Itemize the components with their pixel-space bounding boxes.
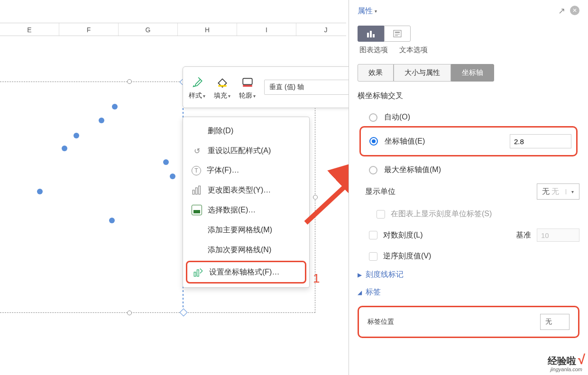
- axis-value-input[interactable]: [510, 134, 571, 148]
- radio-icon: [369, 166, 377, 174]
- data-point[interactable]: [112, 104, 118, 110]
- base-label: 基准: [516, 230, 531, 240]
- checkbox-icon: [369, 252, 377, 261]
- menu-label: 选择数据(E)…: [208, 205, 256, 215]
- resize-handle[interactable]: [313, 195, 318, 200]
- tab-size-properties[interactable]: 大小与属性: [394, 64, 451, 82]
- resize-handle[interactable]: [127, 311, 132, 315]
- column-headers: E F G H I J: [0, 23, 346, 36]
- popout-icon[interactable]: ↗: [558, 6, 565, 16]
- log-base-input[interactable]: [537, 229, 579, 242]
- chevron-down-icon: ▾: [203, 93, 205, 99]
- combo-value: 垂直 (值) 轴: [269, 83, 304, 91]
- brush-icon: [190, 74, 205, 90]
- style-label: 样式: [189, 91, 202, 100]
- chart-icon: [192, 185, 202, 195]
- select-data-icon: [192, 205, 202, 215]
- svg-rect-12: [394, 30, 401, 37]
- radio-axis-value[interactable]: 坐标轴值(E): [366, 130, 571, 152]
- svg-rect-4: [196, 188, 198, 194]
- checkbox-icon: [369, 231, 377, 239]
- menu-label: 字体(F)…: [207, 165, 239, 175]
- menu-select-data[interactable]: 选择数据(E)…: [183, 200, 309, 220]
- data-point[interactable]: [170, 174, 175, 179]
- menu-delete[interactable]: 删除(D): [183, 121, 309, 141]
- display-unit-label: 显示单位: [365, 187, 395, 197]
- context-menu: 删除(D) ↺ 重设以匹配样式(A) T 字体(F)… 更改图表类型(Y)… 选…: [183, 117, 310, 288]
- menu-change-chart-type[interactable]: 更改图表类型(Y)…: [183, 180, 309, 200]
- col-header[interactable]: G: [119, 23, 178, 36]
- blank-icon: [192, 225, 202, 235]
- check-label: 逆序刻度值(V): [383, 251, 431, 261]
- properties-panel: 属性 ▾ ↗ ✕ 图表选项 文本选项 效果 大小与属性 坐标轴 横坐标轴交叉 2…: [349, 0, 588, 375]
- check-label: 在图表上显示刻度单位标签(S): [391, 209, 492, 219]
- font-icon: T: [192, 166, 201, 175]
- tab-axis[interactable]: 坐标轴: [451, 64, 494, 82]
- menu-font[interactable]: T 字体(F)…: [183, 161, 309, 180]
- menu-add-major-gridlines[interactable]: 添加主要网格线(M): [183, 220, 309, 240]
- menu-label: 重设以匹配样式(A): [208, 146, 271, 156]
- format-axis-icon: [193, 267, 203, 277]
- chevron-down-icon: ▾: [228, 93, 230, 99]
- label-position-select[interactable]: 无: [540, 314, 570, 330]
- bar-chart-icon: [366, 30, 376, 37]
- chevron-down-icon: ▾: [253, 93, 256, 99]
- col-header[interactable]: J: [296, 23, 356, 36]
- collapse-label: 刻度线标记: [366, 270, 404, 280]
- resize-handle[interactable]: [127, 79, 132, 84]
- triangle-right-icon: ▶: [358, 272, 362, 278]
- text-icon: [393, 30, 402, 37]
- text-options-toggle[interactable]: [384, 26, 411, 42]
- reverse-order-check[interactable]: 逆序刻度值(V): [358, 247, 579, 266]
- outline-button[interactable]: 轮廓▾: [239, 74, 256, 100]
- radio-auto[interactable]: 自动(O): [358, 109, 579, 126]
- col-header[interactable]: H: [178, 23, 237, 36]
- svg-rect-7: [197, 270, 199, 276]
- svg-rect-10: [370, 31, 372, 37]
- col-header[interactable]: F: [59, 23, 119, 36]
- tick-marks-collapse[interactable]: ▶ 刻度线标记: [358, 266, 579, 284]
- radio-max-axis-value[interactable]: 最大坐标轴值(M): [358, 161, 579, 179]
- chart-options-toggle[interactable]: [358, 26, 384, 42]
- display-unit-select[interactable]: 无 无 ▾: [537, 183, 579, 200]
- svg-rect-6: [194, 272, 196, 276]
- checkbox-icon: [377, 210, 385, 219]
- blank-icon: [192, 126, 202, 136]
- menu-add-minor-gridlines[interactable]: 添加次要网格线(N): [183, 240, 309, 260]
- data-point[interactable]: [74, 133, 79, 138]
- log-scale-check[interactable]: 对数刻度(L) 基准: [358, 224, 579, 247]
- col-header[interactable]: E: [0, 23, 59, 36]
- tab-effect[interactable]: 效果: [358, 64, 394, 82]
- svg-rect-3: [193, 190, 194, 194]
- svg-rect-5: [199, 186, 201, 194]
- svg-rect-0: [218, 85, 226, 87]
- watermark: 经验啦 √ jingyanla.com: [548, 352, 585, 372]
- menu-label: 删除(D): [208, 126, 233, 136]
- data-point[interactable]: [163, 159, 169, 165]
- data-point[interactable]: [37, 189, 43, 194]
- reset-icon: ↺: [192, 146, 202, 156]
- data-point[interactable]: [99, 118, 104, 123]
- data-point[interactable]: [109, 218, 115, 223]
- watermark-url: jingyanla.com: [551, 366, 582, 372]
- panel-title[interactable]: 属性 ▾: [358, 6, 377, 16]
- label-position-text: 标签位置: [368, 318, 394, 326]
- svg-rect-11: [373, 34, 375, 37]
- bucket-icon: [215, 74, 230, 90]
- col-header[interactable]: I: [237, 23, 296, 36]
- fill-button[interactable]: 填充▾: [214, 74, 230, 100]
- labels-collapse[interactable]: ◢ 标签: [358, 284, 579, 301]
- menu-format-axis[interactable]: 设置坐标轴格式(F)…: [186, 261, 306, 284]
- highlighted-label-position-row: 标签位置 无: [358, 306, 579, 338]
- fill-label: 填充: [214, 91, 227, 100]
- menu-label: 设置坐标轴格式(F)…: [209, 267, 279, 277]
- show-unit-label-check: 在图表上显示刻度单位标签(S): [358, 204, 579, 224]
- menu-reset-style[interactable]: ↺ 重设以匹配样式(A): [183, 141, 309, 161]
- text-options-label: 文本选项: [399, 46, 428, 55]
- radio-icon-checked: [369, 137, 378, 146]
- data-point[interactable]: [62, 146, 67, 151]
- close-icon[interactable]: ✕: [570, 6, 579, 15]
- style-button[interactable]: 样式▾: [189, 74, 205, 100]
- menu-label: 添加次要网格线(N): [208, 245, 271, 255]
- chart-options-label: 图表选项: [359, 46, 388, 55]
